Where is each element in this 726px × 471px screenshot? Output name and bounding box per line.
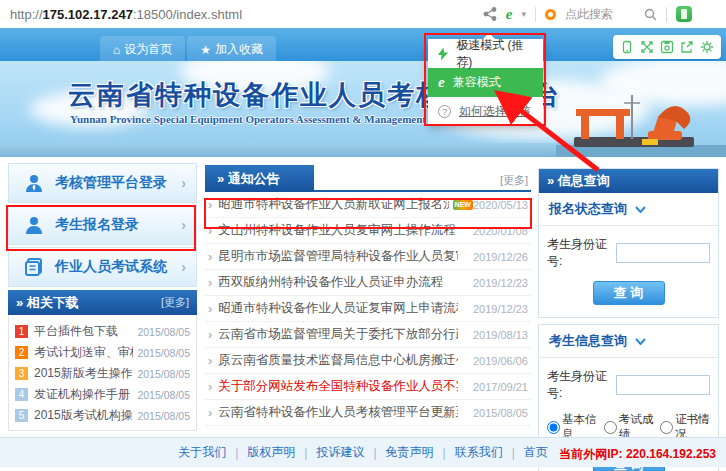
page-subtitle: Yunnan Province Special Equipment Operat… xyxy=(70,113,471,125)
notice-date: 2019/12/23 xyxy=(473,277,528,289)
notice-date: 2015/08/05 xyxy=(473,407,528,419)
chevron-right-icon: › xyxy=(181,259,186,275)
info-query-panel: » 信息查询 报名状态查询 考生身份证号: 查 询 xyxy=(538,168,719,318)
browser-mode-icon[interactable]: e xyxy=(506,6,513,23)
notices-more-link[interactable]: [更多] xyxy=(500,173,528,188)
info-query-header: » 信息查询 xyxy=(539,169,718,193)
person-tie-icon xyxy=(23,172,45,194)
sidebar-item-label: 考核管理平台登录 xyxy=(55,174,167,192)
notice-date: 2019/06/06 xyxy=(473,355,528,367)
bullet-icon: › xyxy=(208,197,212,212)
notice-date: 2017/09/21 xyxy=(473,381,528,393)
notice-item[interactable]: ›原云南省质量技术监督局信息中心机房搬迁公告2019/06/06 xyxy=(205,348,531,374)
footer-link[interactable]: 投诉建议 xyxy=(316,444,364,461)
bullet-icon: › xyxy=(208,223,212,238)
notice-label: 文山州特种设备作业人员复审网上操作流程 xyxy=(218,222,456,239)
downloads-list: 1平台插件包下载2015/08/052考试计划送审、审核 ...2015/08/… xyxy=(8,315,197,431)
candidate-id-input-2[interactable] xyxy=(616,375,710,395)
separator: | xyxy=(373,446,376,460)
notice-item[interactable]: ›昭通市特种设备作业人员新取证网上报名流程NEW2020/05/13 xyxy=(205,192,531,218)
notice-item[interactable]: ›云南省特种设备作业人员考核管理平台更新至20...2015/08/05 xyxy=(205,400,531,426)
url-text[interactable]: http://175.102.17.247:18500/index.shtml xyxy=(10,7,242,22)
help-icon: ? xyxy=(438,105,451,118)
download-item[interactable]: 1平台插件包下载2015/08/05 xyxy=(15,321,190,342)
notice-item[interactable]: ›昭通市特种设备作业人员证复审网上申请流程及相...2019/12/23 xyxy=(205,296,531,322)
notices-list: ›昭通市特种设备作业人员新取证网上报名流程NEW2020/05/13›文山州特种… xyxy=(205,192,531,426)
download-label: 发证机构操作手册 xyxy=(34,386,130,403)
download-item[interactable]: 32015新版考生操作...2015/08/05 xyxy=(15,363,190,384)
download-item[interactable]: 4发证机构操作手册2015/08/05 xyxy=(15,384,190,405)
gear-icon[interactable] xyxy=(700,40,714,54)
downloads-more-link[interactable]: [更多] xyxy=(161,295,189,310)
notice-label: 昆明市市场监督管理局特种设备作业人员复审流程... xyxy=(218,248,458,265)
search-input[interactable]: 点此搜索 xyxy=(565,6,635,23)
download-item[interactable]: 2考试计划送审、审核 ...2015/08/05 xyxy=(15,342,190,363)
share-page-icon[interactable] xyxy=(680,40,694,54)
chevron-down-icon[interactable]: ▾ xyxy=(521,9,526,19)
notice-date: 2019/12/26 xyxy=(473,251,528,263)
notice-item[interactable]: ›云南省市场监督管理局关于委托下放部分行政许可...2019/08/13 xyxy=(205,322,531,348)
share-icon[interactable] xyxy=(483,7,497,21)
download-label: 考试计划送审、审核 ... xyxy=(34,344,133,361)
sidebar-item-candidate-login[interactable]: 考生报名登录 › xyxy=(8,205,197,245)
harbor-crane-graphic xyxy=(556,87,726,157)
footer-link[interactable]: 免责声明 xyxy=(386,444,434,461)
footer-link[interactable]: 版权声明 xyxy=(247,444,295,461)
rank-badge: 4 xyxy=(15,388,28,401)
mobile-icon[interactable] xyxy=(620,40,634,54)
search-engine-logo-icon[interactable] xyxy=(545,9,556,20)
browser-logo-icon[interactable] xyxy=(676,6,692,22)
notice-label: 云南省特种设备作业人员考核管理平台更新至20... xyxy=(218,404,458,421)
rank-badge: 3 xyxy=(15,367,28,380)
add-favorite-link[interactable]: ★加入收藏 xyxy=(187,36,276,64)
bullet-icon: › xyxy=(208,353,212,368)
search-icon[interactable] xyxy=(644,8,657,21)
bullet-icon: › xyxy=(208,379,212,394)
download-label: 2015版考试机构操... xyxy=(34,407,133,424)
divider xyxy=(666,7,667,22)
download-date: 2015/08/05 xyxy=(133,326,190,338)
download-item[interactable]: 52015版考试机构操...2015/08/05 xyxy=(15,405,190,426)
lightning-icon xyxy=(438,47,448,61)
candidate-info-section-toggle[interactable]: 考生信息查询 xyxy=(539,325,718,358)
footer-link[interactable]: 关于我们 xyxy=(178,444,226,461)
query-button[interactable]: 查 询 xyxy=(593,281,665,305)
radio-input[interactable] xyxy=(604,421,617,434)
bullet-icon: › xyxy=(208,275,212,290)
footer-link[interactable]: 首页 xyxy=(524,444,548,461)
download-label: 平台插件包下载 xyxy=(34,323,118,340)
footer-link[interactable]: 联系我们 xyxy=(455,444,503,461)
menu-item-compat-mode[interactable]: e 兼容模式 xyxy=(428,68,543,97)
menu-item-speed-mode[interactable]: 极速模式 (推荐) xyxy=(428,39,543,68)
exam-book-icon xyxy=(23,256,45,278)
notice-label: 原云南省质量技术监督局信息中心机房搬迁公告 xyxy=(218,352,458,369)
radio-input[interactable] xyxy=(660,421,673,434)
menu-item-kernel-help[interactable]: ? 如何选择内核 xyxy=(428,97,543,126)
sidebar-item-exam-system[interactable]: 作业人员考试系统 › xyxy=(8,247,197,287)
notice-date: 2020/05/13 xyxy=(473,199,528,211)
star-icon: ★ xyxy=(200,44,211,56)
notice-date: 2019/12/23 xyxy=(473,303,528,315)
fullscreen-icon[interactable] xyxy=(640,40,654,54)
notice-item[interactable]: ›昆明市市场监督管理局特种设备作业人员复审流程...2019/12/26 xyxy=(205,244,531,270)
radio-input[interactable] xyxy=(547,421,560,434)
notice-item[interactable]: ›西双版纳州特种设备作业人员证申办流程2019/12/23 xyxy=(205,270,531,296)
id-number-label: 考生身份证号: xyxy=(547,236,612,270)
notice-label: 西双版纳州特种设备作业人员证申办流程 xyxy=(218,274,443,291)
sidebar-item-admin-login[interactable]: 考核管理平台登录 › xyxy=(8,163,197,203)
browser-address-bar[interactable]: http://175.102.17.247:18500/index.shtml … xyxy=(0,0,726,28)
download-date: 2015/08/05 xyxy=(133,410,190,422)
chevron-right-icon: › xyxy=(181,175,186,191)
notice-date: 2020/01/08 xyxy=(473,225,528,237)
tab-notices[interactable]: » 通知公告 xyxy=(205,165,314,192)
set-home-link[interactable]: ⌂设为首页 xyxy=(100,36,185,64)
bullet-icon: › xyxy=(208,301,212,316)
separator: | xyxy=(443,446,446,460)
home-icon: ⌂ xyxy=(113,44,120,56)
save-icon[interactable] xyxy=(660,40,674,54)
notice-label: 云南省市场监督管理局关于委托下放部分行政许可... xyxy=(218,326,458,343)
candidate-id-input[interactable] xyxy=(616,243,710,263)
registration-status-section-toggle[interactable]: 报名状态查询 xyxy=(539,193,718,226)
notice-item[interactable]: ›关于部分网站发布全国特种设备作业人员不实信息...2017/09/21 xyxy=(205,374,531,400)
notice-item[interactable]: ›文山州特种设备作业人员复审网上操作流程2020/01/08 xyxy=(205,218,531,244)
